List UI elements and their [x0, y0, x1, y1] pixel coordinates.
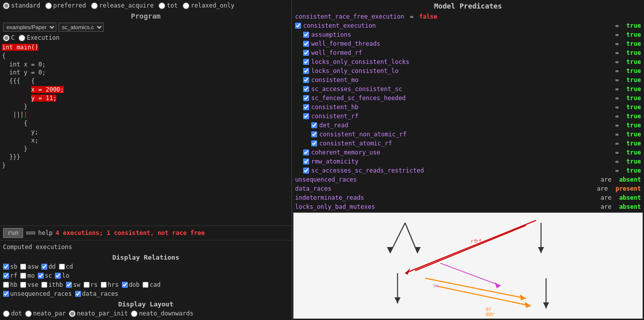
svg-rect-0 — [375, 213, 561, 318]
right-panel: Model Predicates consistent_race_free_ex… — [292, 0, 644, 320]
model-predicates-header: Model Predicates — [292, 0, 644, 12]
pred-det-read: det_read = true — [295, 121, 641, 130]
pred-cb-2[interactable] — [303, 41, 309, 47]
cb-cd[interactable]: cd — [59, 263, 73, 270]
pred-cb-1[interactable] — [303, 32, 309, 38]
help-button[interactable]: help — [38, 229, 53, 236]
code-line-3: int y = 0; — [2, 68, 290, 77]
diagram-svg: rf rf dr ddr sw — [294, 213, 642, 318]
pred-cb-14[interactable] — [303, 149, 309, 155]
cb-sw[interactable]: sw — [66, 281, 80, 288]
code-line-2: int x = 0; — [2, 60, 290, 69]
pred-cb-6[interactable] — [303, 77, 309, 83]
pred-cb-7[interactable] — [303, 86, 309, 92]
radio-execution[interactable]: Execution — [19, 34, 59, 41]
radio-preferred[interactable]: preferred — [45, 2, 86, 9]
cb-hb[interactable]: hb — [3, 281, 17, 288]
pred-consistent-execution: consistent_execution = true — [295, 21, 641, 30]
pred-cb-10[interactable] — [303, 113, 309, 119]
top-radio-bar: standard preferred release_acquire tot r… — [0, 0, 292, 11]
step-button[interactable] — [26, 231, 35, 234]
status-unsequenced: unsequenced_races are absent — [295, 175, 641, 184]
radio-c[interactable]: C — [3, 34, 15, 41]
cb-lo[interactable]: lo — [55, 272, 69, 279]
display-layout-title: Display Layout — [3, 298, 289, 309]
cb-mo[interactable]: mo — [20, 272, 34, 279]
code-line-13: }}} — [2, 153, 290, 162]
status-data-races: data_races are present — [295, 184, 641, 193]
layout-neato-par[interactable]: neato_par — [25, 310, 66, 317]
pred-cb-9[interactable] — [303, 104, 309, 110]
pred-consistent-hb: consistent_hb = true — [295, 103, 641, 112]
cb-cad[interactable]: cad — [142, 281, 161, 288]
code-line-8: |||| — [2, 111, 290, 119]
cb-dob[interactable]: dob — [122, 281, 140, 288]
predicates-area: consistent_race_free_execution = false c… — [292, 12, 644, 211]
status-indeterminate: indeterminate_reads are absent — [295, 193, 641, 202]
cb-hrs[interactable]: hrs — [101, 281, 119, 288]
code-line-6: y = 11; — [2, 94, 290, 103]
layout-neato-downwards[interactable]: neato_downwards — [131, 310, 193, 317]
code-line-7: } — [2, 103, 290, 111]
pred-cb-0[interactable] — [295, 23, 301, 29]
select-row: examples/Paper sc_atomics.c — [0, 21, 292, 33]
run-button[interactable]: run — [3, 228, 23, 238]
pred-cb-16[interactable] — [303, 168, 309, 174]
cb-data-races[interactable]: data_races — [75, 290, 118, 297]
pred-assumptions: assumptions = true — [295, 30, 641, 39]
code-line-14: } — [2, 162, 290, 170]
pred-cb-12[interactable] — [311, 131, 317, 137]
pred-sc-accesses: sc_accesses_consistent_sc = true — [295, 85, 641, 94]
folder-select[interactable]: examples/Paper — [3, 23, 56, 32]
pred-sc-reads-restricted: sc_accesses_sc_reads_restricted = true — [295, 166, 641, 175]
layout-neato-par-init[interactable]: neato_par_init — [69, 310, 128, 317]
pred-locks-consistent-lo: locks_only_consistent_lo = true — [295, 66, 641, 75]
cb-unsequenced-races[interactable]: unsequenced_races — [3, 290, 72, 297]
radio-relaxed-only[interactable]: relaxed_only — [183, 2, 235, 9]
layout-row: dot neato_par neato_par_init neato_downw… — [3, 309, 289, 318]
pred-cb-8[interactable] — [303, 95, 309, 101]
execution-diagram: rf rf dr ddr sw — [293, 212, 643, 319]
computed-section: Computed executions Display Relations sb… — [0, 240, 292, 320]
code-area: int main() { int x = 0; int y = 0; {{{ {… — [0, 42, 292, 225]
code-line-10: y; — [2, 128, 290, 136]
checkbox-row-3: hb vse ithb sw rs hrs dob cad — [3, 280, 289, 289]
svg-text:ddr: ddr — [486, 311, 495, 317]
pred-cb-4[interactable] — [303, 59, 309, 65]
pred-locks-consistent-locks: locks_only_consistent_locks = true — [295, 57, 641, 66]
pred-cb-5[interactable] — [303, 68, 309, 74]
svg-text:sw: sw — [433, 283, 440, 288]
radio-tot[interactable]: tot — [159, 2, 178, 9]
left-panel: standard preferred release_acquire tot r… — [0, 0, 292, 320]
code-line-1: { — [2, 52, 290, 60]
pred-cb-13[interactable] — [311, 140, 317, 146]
computed-title: Computed executions — [3, 243, 289, 252]
pred-consistent-rf: consistent_rf = true — [295, 112, 641, 121]
code-line-4: {{{ { — [2, 77, 290, 86]
pred-consistent-atomic: consistent_atomic_rf = true — [295, 139, 641, 148]
pred-cb-15[interactable] — [303, 158, 309, 165]
checkbox-row-2: rf mo sc lo — [3, 271, 289, 280]
cb-dd[interactable]: dd — [41, 263, 55, 270]
cb-asw[interactable]: asw — [20, 263, 38, 270]
pred-cb-11[interactable] — [311, 122, 317, 128]
pred-consistent-non-atomic: consistent_non_atomic_rf = true — [295, 130, 641, 139]
cb-sb[interactable]: sb — [3, 263, 17, 270]
cb-ithb[interactable]: ithb — [41, 281, 63, 288]
code-line-9: { — [2, 119, 290, 128]
radio-standard[interactable]: standard — [3, 2, 40, 9]
cb-rs[interactable]: rs — [84, 281, 98, 288]
cb-sc[interactable]: sc — [38, 272, 52, 279]
pred-consistent-mo: consistent_mo = true — [295, 75, 641, 85]
pred-cb-3[interactable] — [303, 50, 309, 56]
cb-rf[interactable]: rf — [3, 272, 17, 279]
code-line-12: } — [2, 145, 290, 153]
c-exec-row: C Execution — [0, 33, 292, 42]
checkbox-row-1: sb asw dd cd — [3, 262, 289, 271]
layout-dot[interactable]: dot — [3, 310, 22, 317]
file-select[interactable]: sc_atomics.c — [58, 23, 104, 32]
radio-release-acquire[interactable]: release_acquire — [91, 2, 154, 9]
cb-vse[interactable]: vse — [20, 281, 38, 288]
pred-sc-fenced: sc_fenced_sc_fences_heeded = true — [295, 94, 641, 103]
bottom-bar: run help 4 executions; 1 consistent, not… — [0, 225, 292, 240]
